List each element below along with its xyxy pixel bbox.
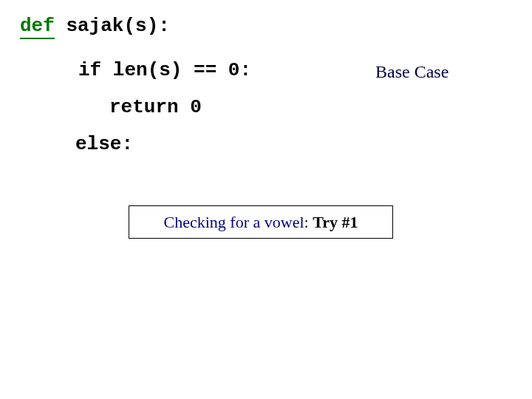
slide-root: def sajak(s): if len(s) == 0: return 0 e…	[0, 0, 532, 399]
callout-prefix: Checking for a vowel:	[164, 213, 313, 231]
annotation-base-case: Base Case	[375, 62, 449, 82]
code-else-colon: :	[121, 133, 133, 155]
code-line-def: def sajak(s):	[20, 16, 170, 35]
code-signature: sajak(s):	[55, 15, 170, 37]
callout-box: Checking for a vowel: Try #1	[129, 205, 393, 239]
keyword-return: return	[109, 96, 179, 118]
keyword-def: def	[20, 15, 55, 39]
keyword-if: if	[78, 59, 101, 81]
code-condition: len(s) == 0:	[101, 59, 251, 81]
code-return-value: 0	[179, 96, 202, 118]
callout-text: Checking for a vowel: Try #1	[164, 213, 358, 232]
code-line-if: if len(s) == 0:	[78, 61, 251, 80]
callout-strong: Try #1	[313, 213, 358, 231]
code-line-else: else:	[75, 134, 133, 154]
code-line-return: return 0	[109, 98, 202, 117]
keyword-else: else	[75, 133, 121, 155]
